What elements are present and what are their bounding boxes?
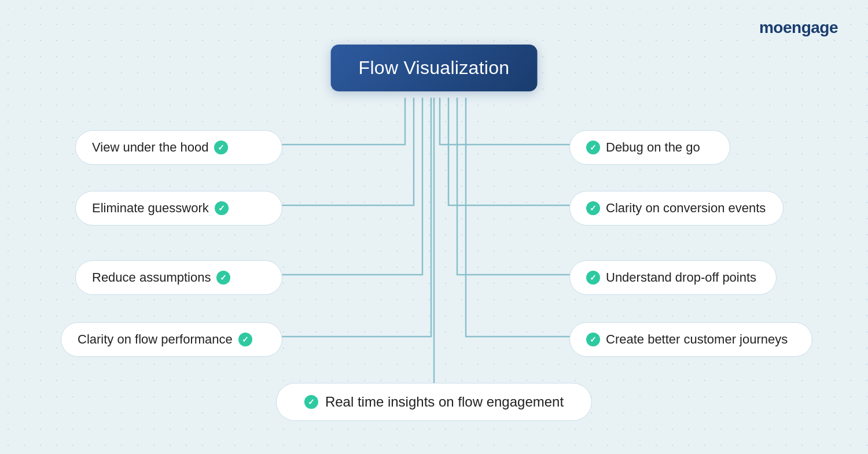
node-label: Clarity on flow performance (78, 332, 233, 347)
node-understand-dropoff: ✓ Understand drop-off points (569, 260, 777, 295)
node-view-under-hood: View under the hood ✓ (75, 130, 282, 165)
check-icon: ✓ (586, 141, 600, 154)
node-label: Reduce assumptions (92, 270, 211, 285)
node-real-time-insights: ✓ Real time insights on flow engagement (276, 383, 592, 421)
check-icon: ✓ (304, 395, 318, 409)
node-label: Eliminate guesswork (92, 201, 209, 216)
node-label: Real time insights on flow engagement (325, 394, 564, 410)
node-label: Understand drop-off points (606, 270, 756, 285)
check-icon: ✓ (215, 201, 229, 215)
node-label: Clarity on conversion events (606, 201, 766, 216)
center-node-flow-visualization: Flow Visualization (331, 45, 538, 91)
check-icon: ✓ (586, 271, 600, 285)
node-clarity-flow-performance: Clarity on flow performance ✓ (61, 322, 282, 357)
moengage-logo: moengage (759, 19, 838, 37)
node-label: Debug on the go (606, 140, 700, 155)
check-icon: ✓ (216, 271, 230, 285)
node-eliminate-guesswork: Eliminate guesswork ✓ (75, 191, 282, 226)
check-icon: ✓ (238, 333, 252, 346)
check-icon: ✓ (586, 333, 600, 346)
node-label: View under the hood (92, 140, 208, 155)
node-reduce-assumptions: Reduce assumptions ✓ (75, 260, 282, 295)
node-debug-on-go: ✓ Debug on the go (569, 130, 730, 165)
check-icon: ✓ (586, 201, 600, 215)
node-label: Create better customer journeys (606, 332, 788, 347)
check-icon: ✓ (214, 141, 228, 154)
node-clarity-conversion: ✓ Clarity on conversion events (569, 191, 784, 226)
node-create-better-journeys: ✓ Create better customer journeys (569, 322, 812, 357)
